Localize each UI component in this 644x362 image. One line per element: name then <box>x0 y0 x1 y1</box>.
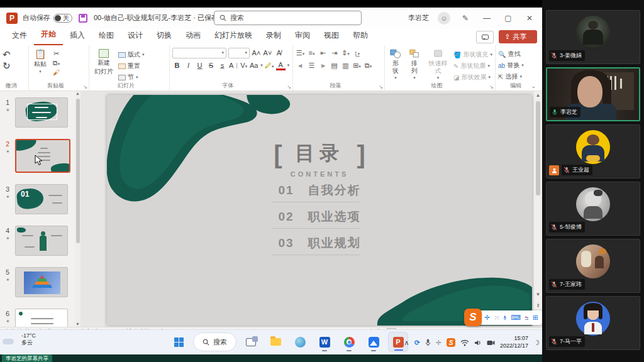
scroll-thumb[interactable] <box>76 99 80 243</box>
undo-icon[interactable]: ↶ <box>3 50 11 60</box>
taskbar-clock[interactable]: 15:07 2022/12/17 <box>500 335 528 349</box>
drawing-dialog-launcher[interactable]: ↘ <box>489 84 494 90</box>
thumbnail-scrollbar[interactable]: ▲ ▼ <box>75 91 80 327</box>
columns-icon[interactable]: ▥ <box>341 62 350 70</box>
save-icon[interactable] <box>79 14 87 23</box>
shape-fill-button[interactable]: 🪣形状填充▾ <box>453 50 492 60</box>
annotate-icon[interactable]: ✛ <box>484 314 490 321</box>
tab-transitions[interactable]: 切换 <box>150 27 179 45</box>
scroll-up-icon[interactable]: ▲ <box>534 91 542 100</box>
shapes-button[interactable]: 形状▾ <box>387 48 404 82</box>
reset-button[interactable]: 重置 <box>118 61 145 71</box>
scroll-thumb[interactable] <box>536 101 540 195</box>
mic-icon[interactable] <box>503 314 507 322</box>
arrange-button[interactable]: 排列▾ <box>406 48 423 82</box>
sunlogin-tray-icon[interactable]: S <box>447 338 455 347</box>
collapse-ribbon-icon[interactable]: ⌄ <box>531 83 536 89</box>
previous-slide-icon[interactable]: ⇞ <box>534 302 542 310</box>
ribbon-search-box[interactable]: 搜索 <box>214 11 362 25</box>
tab-record[interactable]: 录制 <box>259 27 288 45</box>
share-button[interactable]: ⇪ 共享 ▾ <box>499 30 537 43</box>
autosave-toggle[interactable]: 自动保存 关 <box>23 13 72 23</box>
align-left-icon[interactable]: ⫷ <box>296 62 305 70</box>
align-right-icon[interactable]: ⫸ <box>318 62 328 70</box>
shape-effects-button[interactable]: ◪形状效果▾ <box>453 72 492 82</box>
autosave-switch[interactable]: 关 <box>53 14 72 23</box>
task-view-button[interactable] <box>241 332 261 352</box>
scroll-down-icon[interactable]: ▼ <box>534 290 542 299</box>
replace-button[interactable]: ab替换▾ <box>498 60 524 70</box>
start-button[interactable] <box>169 332 189 352</box>
participant-tile[interactable]: 5-邹俊博 <box>546 182 640 236</box>
user-avatar[interactable]: ☺ <box>438 12 450 25</box>
tab-insert[interactable]: 插入 <box>63 27 92 45</box>
thumbnail-slide-1[interactable]: 1 ✶ <box>0 97 80 133</box>
taskbar-weather-widget[interactable]: -17°C 多云 <box>5 332 36 347</box>
meeting-app-logo-icon[interactable]: S <box>464 309 482 326</box>
justify-icon[interactable]: ▤ <box>330 62 339 70</box>
slide-canvas[interactable]: [ 目录 ] CONTENTS 01自我分析 02职业选项 03职业规划 <box>107 95 532 326</box>
meeting-app-button[interactable] <box>364 332 384 352</box>
quick-styles-button[interactable]: 快速样式▾ <box>425 48 451 82</box>
hidden-icons-chevron-icon[interactable]: ∧ <box>404 339 409 347</box>
bold-button[interactable]: B <box>172 62 182 69</box>
slide-thumbnail-panel[interactable]: 1 ✶ 2 ✶ <box>0 91 80 327</box>
cut-icon[interactable]: ✂ <box>52 50 61 58</box>
taskbar-search[interactable]: 搜索 <box>193 332 236 351</box>
numbering-icon[interactable]: ≡▾ <box>307 49 316 57</box>
chrome-app-button[interactable] <box>339 332 359 352</box>
change-case-button[interactable]: Aa <box>249 62 258 69</box>
thumbnail-slide-6[interactable]: 6 ✶ <box>0 309 80 327</box>
clipboard-dialog-launcher[interactable]: ↘ <box>83 84 87 90</box>
tab-review[interactable]: 审阅 <box>288 27 317 45</box>
paste-button[interactable]: 📋 粘贴 ▾ <box>31 48 49 75</box>
thumbnail-slide-3[interactable]: 3 ✶ 01 <box>0 184 80 219</box>
tab-file[interactable]: 文件 <box>5 27 34 45</box>
strikethrough-button[interactable]: S <box>206 62 216 69</box>
wifi-icon[interactable] <box>460 339 469 346</box>
whiteboard-icon[interactable]: ⌨ <box>511 314 521 321</box>
bullets-icon[interactable]: ☰▾ <box>296 49 305 57</box>
participant-tile[interactable]: 7-王家玮 <box>546 239 640 293</box>
shape-outline-button[interactable]: ✎形状轮廓▾ <box>453 61 492 71</box>
font-color-button[interactable]: A <box>276 61 286 70</box>
font-dialog-launcher[interactable]: ↘ <box>287 84 291 90</box>
tab-view[interactable]: 视图 <box>317 27 346 45</box>
thumbnail-slide-5[interactable]: 5 ✶ <box>0 267 80 302</box>
tab-draw[interactable]: 绘图 <box>92 27 121 45</box>
participant-tile[interactable]: 王业超 <box>546 124 640 178</box>
sync-tray-icon[interactable]: ⟳ <box>414 339 420 347</box>
scroll-down-icon[interactable]: ▼ <box>75 322 80 326</box>
minimize-button[interactable]: — <box>480 14 493 23</box>
tab-design[interactable]: 设计 <box>121 27 150 45</box>
align-text-icon[interactable]: ⊞▾ <box>352 62 362 70</box>
meeting-float-toolbar[interactable]: S ✛ ⁙ ⌨ ⊞ <box>468 310 542 325</box>
tab-help[interactable]: 帮助 <box>346 27 375 45</box>
italic-button[interactable]: I <box>184 62 193 69</box>
new-slide-button[interactable]: 新建 幻灯片 <box>92 48 116 76</box>
clear-formatting-icon[interactable]: A̸ <box>274 49 284 57</box>
participant-tile[interactable]: 3-姜微娟 <box>546 10 640 64</box>
paragraph-dialog-launcher[interactable]: ↘ <box>379 84 383 90</box>
participant-tile-speaking[interactable]: 李岩芝 <box>546 67 640 121</box>
tab-slideshow[interactable]: 幻灯片放映 <box>208 27 259 45</box>
section-button[interactable]: 节▾ <box>118 72 145 82</box>
copy-icon[interactable]: ⧉▾ <box>52 59 61 67</box>
close-button[interactable]: ✕ <box>523 14 536 23</box>
underline-button[interactable]: U <box>195 62 204 69</box>
font-size-combo[interactable]: ▾ <box>228 48 250 58</box>
redo-icon[interactable]: ↻ <box>3 61 11 71</box>
maximize-button[interactable]: ▢ <box>502 14 514 23</box>
highlight-color-icon[interactable]: 🖉▾ <box>265 62 274 69</box>
mic-tray-icon[interactable] <box>425 339 431 346</box>
smartart-convert-icon[interactable]: ⧉▾ <box>364 62 373 70</box>
camera-tray-icon[interactable] <box>487 340 495 346</box>
participant-tile[interactable]: 7-马一平 <box>546 296 640 350</box>
tab-animations[interactable]: 动画 <box>179 27 208 45</box>
text-shadow-icon[interactable]: s̲ <box>218 62 227 69</box>
comments-button[interactable] <box>476 31 494 43</box>
notification-moon-icon[interactable]: ☽ <box>533 339 540 347</box>
scroll-up-icon[interactable]: ▲ <box>75 91 80 96</box>
line-spacing-icon[interactable]: ⇕▾ <box>341 49 350 57</box>
laser-pointer-icon[interactable]: ⁙ <box>494 314 499 321</box>
